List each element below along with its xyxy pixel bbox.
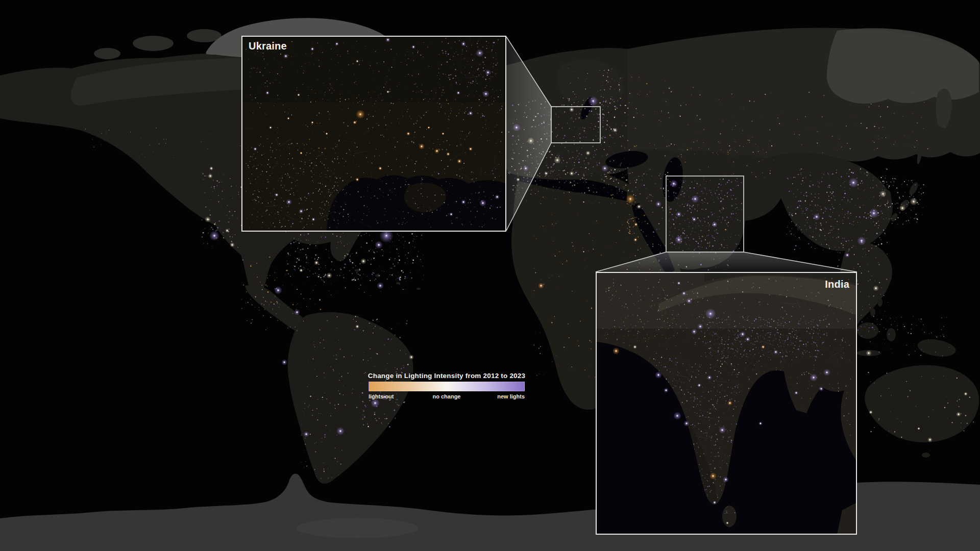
inset-ukraine-label: Ukraine — [249, 40, 287, 52]
world-map-canvas: Ukraine India — [0, 0, 980, 551]
legend-gradient-bar — [369, 382, 525, 391]
legend-label-new-lights: new lights — [497, 393, 525, 399]
inset-ukraine: Ukraine — [242, 36, 514, 232]
inset-india: India — [596, 272, 857, 534]
night-lights-change-map: Ukraine India Change in Lighting Intensi… — [0, 0, 980, 551]
legend-title: Change in Lighting Intensity from 2012 t… — [338, 372, 555, 380]
inset-india-label: India — [825, 279, 849, 290]
